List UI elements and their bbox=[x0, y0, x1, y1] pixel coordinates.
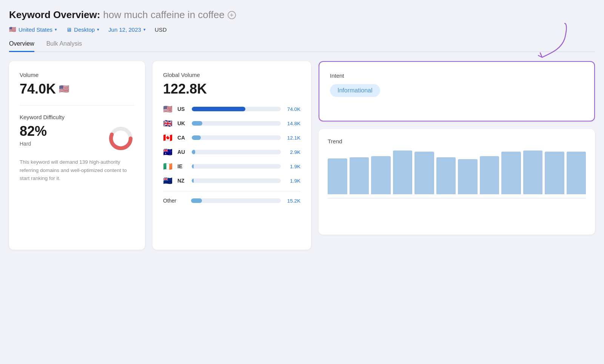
trend-card: Trend bbox=[319, 129, 595, 235]
date-chevron-icon: ▾ bbox=[143, 27, 146, 32]
us-value: 74.0K bbox=[285, 106, 300, 112]
trend-bar-6 bbox=[458, 159, 478, 194]
trend-bar-1 bbox=[350, 157, 369, 194]
global-volume-label: Global Volume bbox=[163, 72, 300, 78]
uk-code: UK bbox=[177, 120, 188, 126]
table-row: 🇨🇦 CA 12.1K bbox=[163, 133, 300, 142]
uk-flag-icon: 🇬🇧 bbox=[163, 119, 174, 128]
nz-bar bbox=[192, 178, 194, 183]
table-row: 🇺🇸 US 74.0K bbox=[163, 104, 300, 114]
other-value: 15.2K bbox=[285, 198, 300, 204]
other-bar-container bbox=[191, 198, 281, 203]
trend-bar-5 bbox=[436, 157, 456, 194]
trend-label: Trend bbox=[328, 138, 586, 144]
other-row: Other 15.2K bbox=[163, 191, 300, 204]
trend-bar-8 bbox=[501, 152, 521, 194]
difficulty-description: This keyword will demand 139 high-author… bbox=[20, 158, 134, 183]
other-label: Other bbox=[163, 198, 187, 204]
cards-row: Volume 74.0K 🇺🇸 Keyword Difficulty 82% H… bbox=[9, 61, 595, 250]
keyword-text: how much caffeine in coffee bbox=[103, 9, 224, 21]
volume-value: 74.0K 🇺🇸 bbox=[20, 81, 134, 97]
trend-chart bbox=[328, 151, 586, 196]
au-value: 2.9K bbox=[285, 149, 300, 155]
uk-bar-container bbox=[192, 121, 281, 126]
trend-bar-10 bbox=[545, 152, 564, 194]
ie-code: IE bbox=[177, 163, 188, 169]
ie-flag-icon: 🇮🇪 bbox=[163, 162, 174, 171]
date-filter-label: Jun 12, 2023 bbox=[108, 26, 141, 33]
device-icon: 🖥 bbox=[66, 26, 72, 33]
filters-bar: 🇺🇸 United States ▾ 🖥 Desktop ▾ Jun 12, 2… bbox=[9, 26, 595, 33]
trend-bar-3 bbox=[393, 151, 413, 194]
trend-bar-0 bbox=[328, 158, 347, 194]
device-chevron-icon: ▾ bbox=[97, 27, 99, 32]
page-title-row: Keyword Overview: how much caffeine in c… bbox=[9, 9, 595, 21]
au-code: AU bbox=[177, 149, 188, 155]
card-divider bbox=[20, 105, 134, 106]
trend-bar-4 bbox=[414, 152, 434, 194]
ca-bar-container bbox=[192, 135, 281, 140]
au-bar bbox=[192, 150, 195, 154]
trend-bar-2 bbox=[371, 156, 391, 194]
trend-bar-7 bbox=[480, 156, 499, 194]
au-flag-icon: 🇦🇺 bbox=[163, 147, 174, 157]
global-volume-value: 122.8K bbox=[163, 81, 300, 97]
ie-bar bbox=[192, 164, 194, 169]
us-bar-container bbox=[192, 107, 281, 111]
uk-bar bbox=[192, 121, 202, 126]
page-header: Keyword Overview: how much caffeine in c… bbox=[9, 9, 595, 33]
nz-bar-container bbox=[192, 178, 281, 183]
tab-bulk-analysis[interactable]: Bulk Analysis bbox=[46, 40, 82, 52]
tabs-bar: Overview Bulk Analysis bbox=[9, 40, 595, 52]
us-bar bbox=[192, 107, 245, 111]
right-column: Intent Informational Trend bbox=[319, 61, 595, 235]
nz-flag-icon: 🇳🇿 bbox=[163, 176, 174, 185]
ca-flag-icon: 🇨🇦 bbox=[163, 133, 174, 142]
ie-bar-container bbox=[192, 164, 281, 169]
trend-baseline bbox=[328, 198, 586, 198]
date-filter-button[interactable]: Jun 12, 2023 ▾ bbox=[108, 26, 146, 33]
volume-label: Volume bbox=[20, 72, 134, 78]
table-row: 🇦🇺 AU 2.9K bbox=[163, 147, 300, 157]
difficulty-level: Hard bbox=[20, 141, 98, 147]
volume-difficulty-card: Volume 74.0K 🇺🇸 Keyword Difficulty 82% H… bbox=[9, 61, 145, 250]
country-chevron-icon: ▾ bbox=[55, 27, 57, 32]
country-flag-icon: 🇺🇸 bbox=[9, 26, 16, 33]
difficulty-label: Keyword Difficulty bbox=[20, 114, 134, 120]
intent-label: Intent bbox=[330, 72, 584, 79]
country-filter-label: United States bbox=[18, 26, 52, 33]
intent-card: Intent Informational bbox=[319, 61, 595, 121]
ca-value: 12.1K bbox=[285, 135, 300, 141]
uk-value: 14.8K bbox=[285, 121, 300, 126]
device-filter-label: Desktop bbox=[74, 26, 95, 33]
global-volume-card: Global Volume 122.8K 🇺🇸 US 74.0K 🇬🇧 UK 1… bbox=[153, 61, 311, 250]
nz-value: 1.9K bbox=[285, 178, 300, 184]
ie-value: 1.9K bbox=[285, 164, 300, 169]
intent-badge: Informational bbox=[330, 84, 380, 97]
us-code: US bbox=[177, 106, 188, 112]
trend-bar-9 bbox=[523, 151, 543, 194]
us-flag-icon: 🇺🇸 bbox=[59, 84, 69, 94]
table-row: 🇬🇧 UK 14.8K bbox=[163, 119, 300, 128]
table-row: 🇮🇪 IE 1.9K bbox=[163, 162, 300, 171]
difficulty-value: 82% bbox=[20, 123, 98, 139]
trend-bar-11 bbox=[567, 152, 586, 194]
add-keyword-icon[interactable]: + bbox=[228, 11, 236, 19]
tab-overview[interactable]: Overview bbox=[9, 40, 34, 52]
table-row: 🇳🇿 NZ 1.9K bbox=[163, 176, 300, 185]
ca-bar bbox=[192, 135, 201, 140]
difficulty-donut-chart bbox=[107, 125, 134, 152]
nz-code: NZ bbox=[177, 178, 188, 184]
currency-label: USD bbox=[155, 26, 167, 33]
country-filter-button[interactable]: 🇺🇸 United States ▾ bbox=[9, 26, 57, 33]
au-bar-container bbox=[192, 150, 281, 154]
other-bar bbox=[191, 198, 202, 203]
difficulty-info: 82% Hard bbox=[20, 123, 98, 147]
device-filter-button[interactable]: 🖥 Desktop ▾ bbox=[66, 26, 99, 33]
difficulty-row: 82% Hard bbox=[20, 123, 134, 152]
us-flag-icon: 🇺🇸 bbox=[163, 104, 174, 114]
page-title-prefix: Keyword Overview: bbox=[9, 9, 100, 21]
ca-code: CA bbox=[177, 135, 188, 141]
